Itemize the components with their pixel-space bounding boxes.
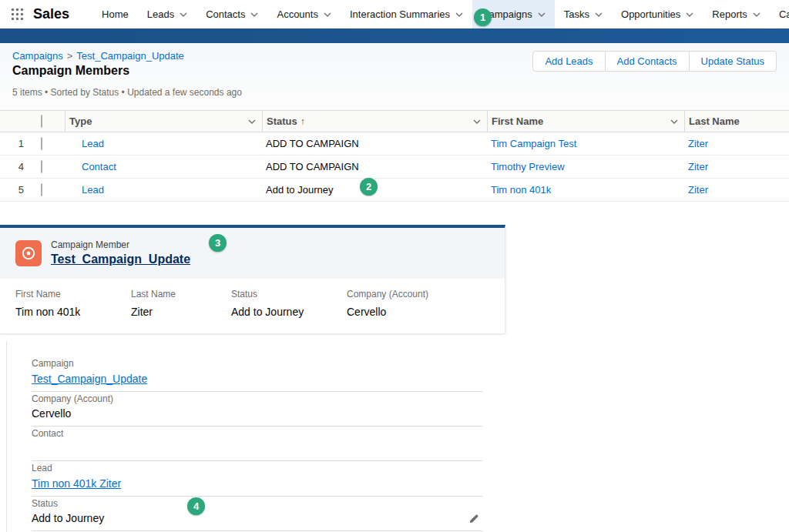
tab-cases[interactable]: Cas <box>770 0 789 28</box>
last-name-cell: Ziter <box>684 184 789 196</box>
column-label: Type <box>69 115 92 127</box>
status-cell: ADD TO CAMPAIGN <box>262 161 487 172</box>
first-name-cell: Timothy Preview <box>487 161 684 172</box>
app-name[interactable]: Sales <box>33 0 69 28</box>
type-cell: Lead <box>65 138 262 149</box>
tab-opportunities[interactable]: Opportunities <box>612 0 703 28</box>
lead-link[interactable]: Tim non 401k Ziter <box>32 477 121 491</box>
row-checkbox[interactable] <box>41 183 42 196</box>
last-name-cell: Ziter <box>684 138 789 149</box>
highlight-fields: First Name Tim non 401k Last Name Ziter … <box>0 279 505 333</box>
campaign-member-icon <box>15 240 42 266</box>
campaign-members-table: Type Status ↑ First Name Last Name 1 Lea… <box>0 110 789 202</box>
field-value: Tim non 401k <box>15 306 131 318</box>
tab-reports[interactable]: Reports <box>703 0 770 28</box>
tab-label: Tasks <box>564 8 589 20</box>
tab-label: Contacts <box>206 8 245 20</box>
breadcrumb-campaigns-link[interactable]: Campaigns <box>12 50 63 62</box>
tab-label: Cas <box>779 8 789 20</box>
chevron-down-icon[interactable] <box>248 119 256 124</box>
list-meta: 5 items • Sorted by Status • Updated a f… <box>12 87 777 98</box>
last-name-link[interactable]: Ziter <box>688 184 708 196</box>
select-all-cell <box>31 115 65 127</box>
checkbox-cell <box>31 138 65 149</box>
campaign-link[interactable]: Test_Campaign_Update <box>32 373 147 386</box>
row-checkbox[interactable] <box>41 137 42 150</box>
field-value: Ziter <box>131 306 231 318</box>
field-label: Status <box>32 498 482 509</box>
last-name-link[interactable]: Ziter <box>688 161 708 172</box>
chevron-down-icon <box>180 12 187 17</box>
detail-field-company: Company (Account) Cervello <box>32 393 482 427</box>
row-checkbox[interactable] <box>41 160 42 173</box>
tab-home[interactable]: Home <box>92 0 138 28</box>
first-name-link[interactable]: Timothy Preview <box>491 161 565 172</box>
field-label: Lead <box>32 463 482 473</box>
highlight-field-last-name: Last Name Ziter <box>131 289 231 318</box>
detail-field-campaign: Campaign Test_Campaign_Update <box>32 358 482 392</box>
record-detail-panel: Campaign Test_Campaign_Update Company (A… <box>6 341 505 532</box>
breadcrumb-campaign-link[interactable]: Test_Campaign_Update <box>76 50 183 62</box>
record-snippet: Campaign Member Test_Campaign_Update Fir… <box>0 225 505 532</box>
first-name-cell: Tim non 401k <box>487 184 684 196</box>
add-leads-button[interactable]: Add Leads <box>532 51 605 72</box>
first-name-link[interactable]: Tim Campaign Test <box>491 138 576 149</box>
column-header-last-name[interactable]: Last Name <box>684 111 789 132</box>
last-name-link[interactable]: Ziter <box>688 138 708 149</box>
chevron-down-icon <box>324 12 331 17</box>
highlight-field-first-name: First Name Tim non 401k <box>15 289 131 318</box>
app-navbar: Sales Home Leads Contacts Accounts Inter… <box>0 0 789 28</box>
type-cell: Lead <box>65 184 262 196</box>
tab-accounts[interactable]: Accounts <box>267 0 340 28</box>
type-link[interactable]: Lead <box>82 138 104 149</box>
nav-tabs: Home Leads Contacts Accounts Interaction… <box>92 0 789 28</box>
chevron-down-icon[interactable] <box>473 119 481 124</box>
table-row: 1 Lead ADD TO CAMPAIGN Tim Campaign Test… <box>0 132 789 156</box>
annotation-step-3: 3 <box>209 234 227 252</box>
column-header-type[interactable]: Type <box>65 111 262 132</box>
tab-leads[interactable]: Leads <box>138 0 196 28</box>
header-buttons: Add Leads Add Contacts Update Status <box>532 51 777 72</box>
field-value: Add to Journey <box>32 512 482 526</box>
edit-pencil-icon[interactable] <box>468 514 479 524</box>
type-link[interactable]: Contact <box>82 161 116 172</box>
last-name-cell: Ziter <box>684 161 789 172</box>
column-header-first-name[interactable]: First Name <box>487 111 684 132</box>
detail-field-contact: Contact <box>32 428 482 461</box>
record-title-link[interactable]: Test_Campaign_Update <box>51 253 190 266</box>
field-value <box>32 442 482 456</box>
field-value: Cervello <box>32 407 482 421</box>
column-label: Status <box>267 115 297 127</box>
add-contacts-button[interactable]: Add Contacts <box>606 51 690 72</box>
chevron-down-icon <box>538 12 546 17</box>
field-label: Contact <box>32 428 482 439</box>
row-number: 4 <box>0 161 31 172</box>
annotation-step-1: 1 <box>474 8 492 26</box>
app-launcher-icon[interactable] <box>11 0 24 28</box>
tab-interaction-summaries[interactable]: Interaction Summaries <box>341 0 472 28</box>
column-label: First Name <box>492 115 543 127</box>
field-value: Add to Journey <box>231 306 347 318</box>
tab-contacts[interactable]: Contacts <box>196 0 267 28</box>
type-link[interactable]: Lead <box>82 184 104 196</box>
field-label: First Name <box>15 289 131 299</box>
record-highlights-card: Campaign Member Test_Campaign_Update Fir… <box>0 225 505 333</box>
update-status-button[interactable]: Update Status <box>690 51 777 72</box>
chevron-down-icon <box>753 12 760 17</box>
row-number: 5 <box>0 184 31 196</box>
annotation-step-2: 2 <box>360 178 378 196</box>
table-row: 4 Contact ADD TO CAMPAIGN Timothy Previe… <box>0 156 789 179</box>
list-view-header: Campaigns>Test_Campaign_Update Campaign … <box>0 43 789 110</box>
field-label: Campaign <box>32 358 482 369</box>
chevron-down-icon <box>455 12 463 17</box>
chevron-down-icon <box>250 12 258 17</box>
chevron-down-icon[interactable] <box>670 119 678 124</box>
select-all-checkbox[interactable] <box>41 115 42 128</box>
tab-tasks[interactable]: Tasks <box>555 0 612 28</box>
waffle-grid-icon <box>11 8 24 21</box>
first-name-link[interactable]: Tim non 401k <box>491 184 551 196</box>
column-header-status[interactable]: Status ↑ <box>262 111 487 132</box>
field-label: Company (Account) <box>347 289 489 299</box>
field-label: Company (Account) <box>32 393 482 404</box>
tab-label: Reports <box>712 8 747 20</box>
